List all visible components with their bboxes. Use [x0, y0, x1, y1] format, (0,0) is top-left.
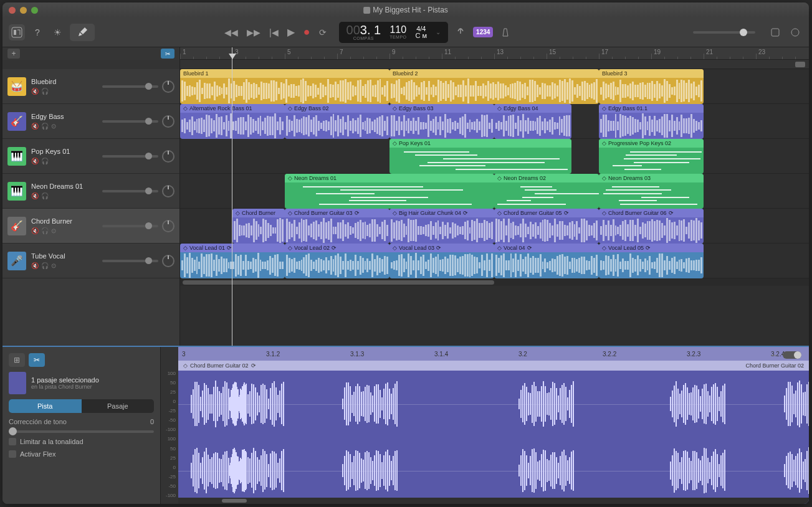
overview-strip[interactable]: [180, 60, 809, 69]
track-lane[interactable]: Bluebird 1Bluebird 2Bluebird 3: [180, 69, 809, 104]
track-volume-slider[interactable]: [102, 85, 158, 88]
track-header[interactable]: 🥁 Bluebird 🔇 🎧: [2, 69, 179, 104]
input-monitor-button[interactable]: ⊙: [51, 123, 56, 130]
region[interactable]: Bluebird 2: [389, 69, 599, 104]
region[interactable]: ◇Neon Dreams 03: [599, 174, 704, 209]
mute-button[interactable]: 🔇: [31, 123, 39, 130]
region[interactable]: ◇Chord Burner Guitar 03⟳: [285, 209, 389, 244]
region[interactable]: ◇Pop Keys 01: [389, 139, 571, 174]
cycle-button[interactable]: ⟳: [319, 27, 327, 37]
arrangement-scrollbar[interactable]: [180, 278, 809, 286]
tab-region[interactable]: Pasaje: [82, 399, 155, 413]
track-pan-knob[interactable]: [162, 220, 174, 232]
input-monitor-button[interactable]: ⊙: [51, 262, 56, 269]
arrangement-area[interactable]: 1357911131517192123 Bluebird 1Bluebird 2…: [180, 47, 809, 346]
editor-region-header[interactable]: ◇Chord Burner Guitar 02⟳ Chord Burner Gu…: [178, 361, 809, 371]
solo-button[interactable]: 🎧: [41, 192, 49, 199]
metronome-icon[interactable]: [498, 25, 513, 40]
region[interactable]: ◇Vocal Lead 02⟳: [285, 244, 389, 278]
track-lane[interactable]: ◇Vocal Lead 01⟳◇Vocal Lead 02⟳◇Vocal Lea…: [180, 244, 809, 278]
loop-browser-icon[interactable]: [788, 25, 803, 40]
region[interactable]: ◇Edgy Bass 01.1: [599, 104, 704, 139]
lcd-display[interactable]: 003. 1 COMPÁS 110 TEMPO 4/4 C м ⌄: [339, 22, 449, 43]
notepad-icon[interactable]: [768, 25, 783, 40]
solo-button[interactable]: 🎧: [41, 262, 49, 269]
tuner-icon[interactable]: [453, 25, 468, 40]
track-header[interactable]: 🎹 Neon Dreams 01 🔇 🎧: [2, 174, 179, 209]
track-lane[interactable]: ◇Pop Keys 01◇Progressive Pop Keys 02: [180, 139, 809, 174]
track-header[interactable]: 🎤 Tube Vocal 🔇 🎧 ⊙: [2, 244, 179, 278]
region[interactable]: ◇Neon Dreams 02: [494, 174, 599, 209]
track-pan-knob[interactable]: [162, 255, 174, 267]
add-track-button[interactable]: +: [7, 49, 20, 59]
region[interactable]: ◇Vocal 04⟳: [494, 244, 599, 278]
close-window[interactable]: [9, 7, 16, 14]
rewind-button[interactable]: ◀◀: [224, 27, 238, 37]
count-in-badge[interactable]: 1234: [473, 27, 493, 37]
zoom-window[interactable]: [31, 7, 38, 14]
region[interactable]: ◇Neon Dreams 01: [285, 174, 494, 209]
track-pan-knob[interactable]: [162, 185, 174, 197]
edit-toggle[interactable]: [70, 24, 95, 41]
track-lane[interactable]: ◇Alternative Rock Bass 01◇Edgy Bass 02◇E…: [180, 104, 809, 139]
track-volume-slider[interactable]: [102, 155, 158, 158]
solo-button[interactable]: 🎧: [41, 158, 49, 164]
track-volume-slider[interactable]: [102, 260, 158, 262]
region[interactable]: ◇Chord Burner Guitar 06⟳: [599, 209, 704, 244]
editor-scissors-button[interactable]: ✂: [29, 353, 45, 367]
editor-waveform-area[interactable]: ↔ 33.1.23.1.33.1.43.23.2.23.2.33.2.4 ◇Ch…: [178, 347, 809, 504]
editor-horizontal-zoom-icon[interactable]: ↔: [770, 351, 778, 359]
track-lane[interactable]: ◇Neon Dreams 01◇Neon Dreams 02◇Neon Drea…: [180, 174, 809, 209]
scissors-button[interactable]: ✂: [161, 49, 174, 59]
region[interactable]: ◇Edgy Bass 04: [494, 104, 571, 139]
region[interactable]: ◇Progressive Pop Keys 02: [599, 139, 704, 174]
solo-button[interactable]: 🎧: [41, 88, 49, 95]
track-header[interactable]: 🎹 Pop Keys 01 🔇 🎧: [2, 139, 179, 174]
mute-button[interactable]: 🔇: [31, 192, 39, 199]
track-pan-knob[interactable]: [162, 150, 174, 163]
pitch-correction-slider[interactable]: [9, 430, 154, 433]
limit-to-key-checkbox[interactable]: Limitar a la tonalidad: [9, 438, 154, 445]
library-button[interactable]: [9, 24, 25, 40]
track-volume-slider[interactable]: [102, 225, 158, 227]
timeline-ruler[interactable]: 1357911131517192123: [180, 47, 809, 60]
track-volume-slider[interactable]: [102, 120, 158, 123]
editor-scrollbar[interactable]: [178, 498, 809, 504]
help-icon[interactable]: ?: [30, 25, 45, 40]
editor-view-button[interactable]: ⊞: [9, 353, 25, 367]
appearance-icon[interactable]: ☀: [50, 25, 65, 40]
region[interactable]: ◇Vocal Lead 05⟳: [599, 244, 704, 278]
master-volume-slider[interactable]: [693, 31, 755, 34]
play-button[interactable]: ▶: [287, 26, 295, 38]
region[interactable]: ◇Big Hair Guitar Chunk 04⟳: [389, 209, 494, 244]
region[interactable]: Bluebird 3: [599, 69, 704, 104]
mute-button[interactable]: 🔇: [31, 88, 39, 95]
mute-button[interactable]: 🔇: [31, 227, 39, 234]
track-header[interactable]: 🎸 Chord Burner 🔇 🎧 ⊙: [2, 209, 179, 244]
solo-button[interactable]: 🎧: [41, 227, 49, 234]
forward-button[interactable]: ▶▶: [247, 27, 260, 37]
track-lane[interactable]: ◇Chord Burner◇Chord Burner Guitar 03⟳◇Bi…: [180, 209, 809, 244]
track-header[interactable]: 🎸 Edgy Bass 🔇 🎧 ⊙: [2, 104, 179, 139]
enable-flex-checkbox[interactable]: Activar Flex: [9, 450, 154, 458]
editor-ruler[interactable]: 33.1.23.1.33.1.43.23.2.23.2.33.2.4: [178, 347, 809, 361]
region[interactable]: ◇Vocal Lead 01⟳: [180, 244, 285, 278]
region[interactable]: ◇Chord Burner: [232, 209, 285, 244]
region[interactable]: ◇Chord Burner Guitar 05⟳: [494, 209, 599, 244]
mute-button[interactable]: 🔇: [31, 262, 39, 269]
input-monitor-button[interactable]: ⊙: [51, 227, 56, 234]
mute-button[interactable]: 🔇: [31, 158, 39, 164]
track-volume-slider[interactable]: [102, 190, 158, 192]
region[interactable]: ◇Vocal Lead 03⟳: [389, 244, 494, 278]
goto-start-button[interactable]: |◀: [269, 27, 279, 37]
record-button[interactable]: ●: [303, 26, 310, 39]
playhead[interactable]: [232, 47, 232, 346]
minimize-window[interactable]: [20, 7, 27, 14]
region[interactable]: ◇Edgy Bass 02: [285, 104, 389, 139]
editor-zoom-toggle[interactable]: [783, 351, 801, 359]
track-pan-knob[interactable]: [162, 115, 174, 128]
region[interactable]: ◇Alternative Rock Bass 01: [180, 104, 285, 139]
tab-track[interactable]: Pista: [9, 399, 82, 413]
lcd-dropdown-icon[interactable]: ⌄: [436, 29, 441, 36]
track-pan-knob[interactable]: [162, 80, 174, 93]
